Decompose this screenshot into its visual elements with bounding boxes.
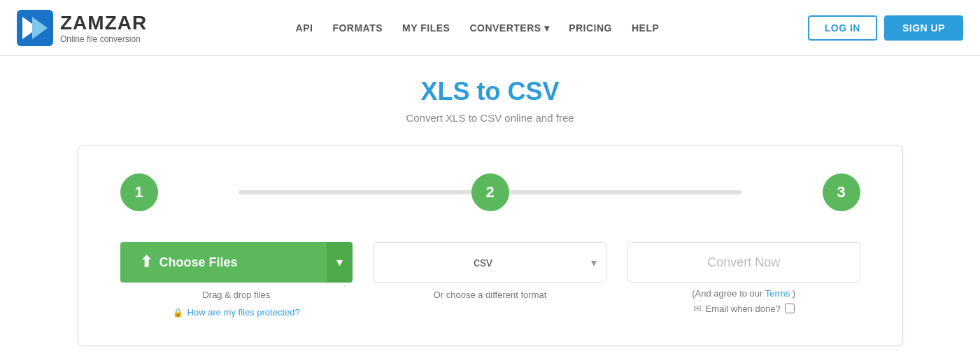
convert-col: Convert Now (And agree to our Terms ) ✉ … [627, 242, 860, 314]
email-label: Email when done? [706, 304, 781, 314]
choose-files-button[interactable]: ⬆ Choose Files [120, 242, 327, 283]
steps-row: 1 2 3 [120, 173, 860, 211]
file-protection-text: 🔒 How are my files protected? [173, 307, 300, 318]
page-subtitle: Convert XLS to CSV online and free [14, 112, 966, 124]
converters-dropdown-icon: ▾ [544, 22, 550, 34]
nav-buttons: LOG IN SIGN UP [808, 15, 963, 41]
upload-icon: ⬆ [140, 253, 152, 271]
format-select[interactable]: csv xls xlsx ods pdf [374, 242, 606, 283]
drag-drop-text: Drag & drop files [202, 290, 270, 300]
step-2: 2 [471, 173, 509, 211]
terms-link[interactable]: Terms [765, 288, 790, 299]
nav-item-formats[interactable]: FORMATS [332, 22, 383, 34]
main-content: XLS to CSV Convert XLS to CSV online and… [0, 56, 980, 360]
email-checkbox[interactable] [785, 304, 795, 313]
format-select-wrapper: csv xls xlsx ods pdf ▾ [374, 242, 606, 283]
logo-icon [17, 10, 53, 46]
terms-text: (And agree to our Terms ) [692, 288, 795, 299]
header: ZAMZAR Online file conversion API FORMAT… [0, 0, 980, 56]
format-col: csv xls xlsx ods pdf ▾ Or choose a diffe… [374, 242, 606, 300]
page-title: XLS to CSV [14, 77, 966, 106]
nav-item-myfiles[interactable]: MY FILES [402, 22, 450, 34]
format-hint-text: Or choose a different format [434, 290, 547, 300]
email-row: ✉ Email when done? [693, 303, 795, 314]
brand-tagline: Online file conversion [60, 34, 147, 44]
nav-item-pricing[interactable]: PRICING [569, 22, 612, 34]
step-1: 1 [120, 173, 158, 211]
nav-item-converters[interactable]: CONVERTERS ▾ [469, 22, 549, 34]
nav-item-help[interactable]: HELP [632, 22, 659, 34]
nav: API FORMATS MY FILES CONVERTERS ▾ PRICIN… [296, 22, 660, 34]
login-button[interactable]: LOG IN [808, 15, 877, 41]
brand-name: ZAMZAR [60, 12, 147, 34]
lock-icon: 🔒 [173, 308, 183, 318]
choose-files-arrow-icon: ▾ [336, 255, 343, 270]
actions-row: ⬆ Choose Files ▾ Drag & drop files 🔒 How… [120, 242, 860, 318]
logo-text: ZAMZAR Online file conversion [60, 12, 147, 44]
signup-button[interactable]: SIGN UP [884, 15, 963, 41]
file-protection-link[interactable]: How are my files protected? [187, 307, 300, 318]
choose-files-label: Choose Files [159, 255, 238, 270]
email-icon: ✉ [693, 303, 702, 314]
conversion-card: 1 2 3 ⬆ Choose Files ▾ Dra [78, 145, 903, 346]
choose-files-dropdown-button[interactable]: ▾ [327, 242, 353, 283]
choose-files-col: ⬆ Choose Files ▾ Drag & drop files 🔒 How… [120, 242, 353, 318]
step-3: 3 [823, 173, 860, 211]
nav-item-api[interactable]: API [296, 22, 313, 34]
choose-files-group: ⬆ Choose Files ▾ [120, 242, 353, 283]
convert-now-button[interactable]: Convert Now [627, 242, 860, 283]
logo-area: ZAMZAR Online file conversion [17, 10, 147, 46]
